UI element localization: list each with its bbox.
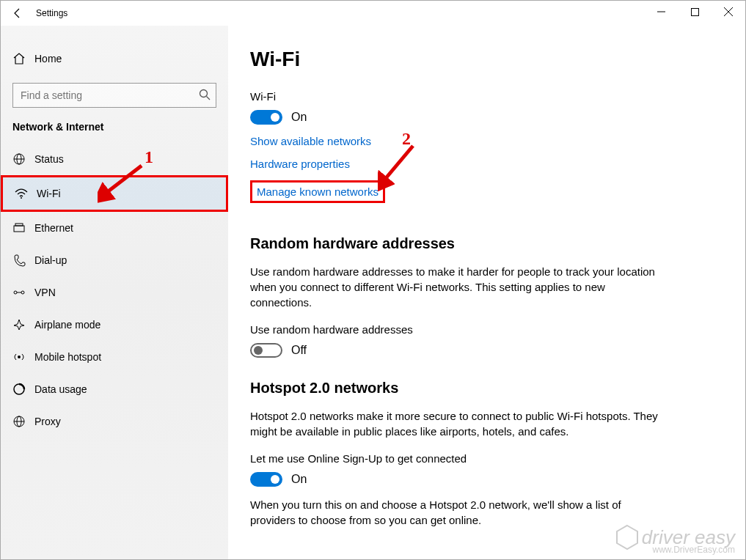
random-toggle[interactable]	[250, 343, 282, 358]
hotspot-heading: Hotspot 2.0 networks	[250, 380, 714, 397]
svg-point-12	[14, 291, 17, 294]
airplane-icon	[12, 318, 34, 331]
watermark-icon	[612, 523, 642, 552]
sidebar-item-datausage[interactable]: Data usage	[1, 373, 228, 405]
watermark: driver easy www.DriverEasy.com	[612, 523, 735, 552]
random-desc: Use random hardware addresses to make it…	[250, 264, 661, 310]
sidebar-item-ethernet[interactable]: Ethernet	[1, 212, 228, 244]
search-input[interactable]	[12, 83, 216, 108]
hotspot-desc: Hotspot 2.0 networks make it more secure…	[250, 408, 661, 439]
sidebar-item-airplane[interactable]: Airplane mode	[1, 309, 228, 341]
sidebar-item-status[interactable]: Status	[1, 143, 228, 175]
sidebar-item-label: Proxy	[34, 416, 61, 427]
maximize-button[interactable]	[678, 1, 712, 23]
wifi-toggle-state: On	[291, 111, 307, 124]
hotspot-icon	[12, 350, 34, 364]
sidebar-item-wifi[interactable]: Wi-Fi	[1, 175, 228, 212]
sidebar-item-label: Airplane mode	[34, 319, 100, 331]
sidebar-item-label: VPN	[34, 287, 56, 298]
search-icon	[199, 89, 211, 103]
status-icon	[12, 152, 34, 166]
sidebar-home[interactable]: Home	[1, 45, 228, 73]
hotspot-toggle-state: On	[291, 473, 307, 486]
main-content: Wi-Fi Wi-Fi On Show available networks H…	[228, 26, 745, 559]
wifi-toggle[interactable]	[250, 110, 282, 125]
link-manage-known-networks[interactable]: Manage known networks	[250, 180, 385, 203]
sidebar-category: Network & Internet	[1, 121, 228, 143]
random-heading: Random hardware addresses	[250, 235, 714, 252]
sidebar-home-label: Home	[34, 53, 62, 65]
sidebar-item-label: Status	[34, 153, 64, 165]
close-button[interactable]	[712, 1, 745, 23]
random-toggle-label: Use random hardware addresses	[250, 323, 714, 336]
watermark-url: www.DriverEasy.com	[653, 545, 735, 555]
svg-rect-1	[691, 8, 698, 15]
vpn-icon	[12, 286, 34, 299]
sidebar-item-label: Dial-up	[34, 254, 67, 266]
svg-rect-10	[14, 226, 24, 232]
hotspot-toggle[interactable]	[250, 472, 282, 487]
link-hardware-properties[interactable]: Hardware properties	[250, 158, 714, 170]
hotspot-desc2: When you turn this on and choose a Hotsp…	[250, 497, 661, 528]
random-toggle-state: Off	[291, 344, 307, 357]
sidebar-item-label: Mobile hotspot	[34, 351, 101, 363]
sidebar-item-vpn[interactable]: VPN	[1, 276, 228, 309]
page-title: Wi-Fi	[250, 48, 714, 71]
sidebar: Home Network & Internet Status Wi-Fi Eth…	[1, 26, 228, 559]
minimize-button[interactable]	[644, 1, 678, 23]
svg-line-5	[207, 97, 211, 100]
sidebar-item-label: Wi-Fi	[37, 188, 61, 199]
svg-rect-11	[15, 224, 23, 226]
window-title: Settings	[36, 8, 67, 18]
svg-point-9	[21, 197, 22, 199]
link-show-available[interactable]: Show available networks	[250, 135, 714, 147]
svg-point-4	[200, 90, 208, 97]
ethernet-icon	[12, 221, 34, 235]
home-icon	[12, 52, 34, 65]
sidebar-item-label: Data usage	[34, 383, 87, 395]
wifi-icon	[15, 187, 37, 200]
dialup-icon	[12, 254, 34, 267]
svg-point-15	[18, 355, 21, 358]
proxy-icon	[12, 415, 34, 428]
sidebar-item-label: Ethernet	[34, 222, 73, 234]
sidebar-item-proxy[interactable]: Proxy	[1, 405, 228, 438]
data-usage-icon	[12, 383, 34, 396]
wifi-section-label: Wi-Fi	[250, 90, 714, 103]
back-button[interactable]	[8, 4, 27, 23]
sidebar-item-hotspot[interactable]: Mobile hotspot	[1, 341, 228, 373]
svg-point-13	[21, 291, 24, 294]
svg-marker-22	[617, 526, 637, 549]
hotspot-toggle-label: Let me use Online Sign-Up to get connect…	[250, 452, 714, 465]
sidebar-item-dialup[interactable]: Dial-up	[1, 244, 228, 276]
